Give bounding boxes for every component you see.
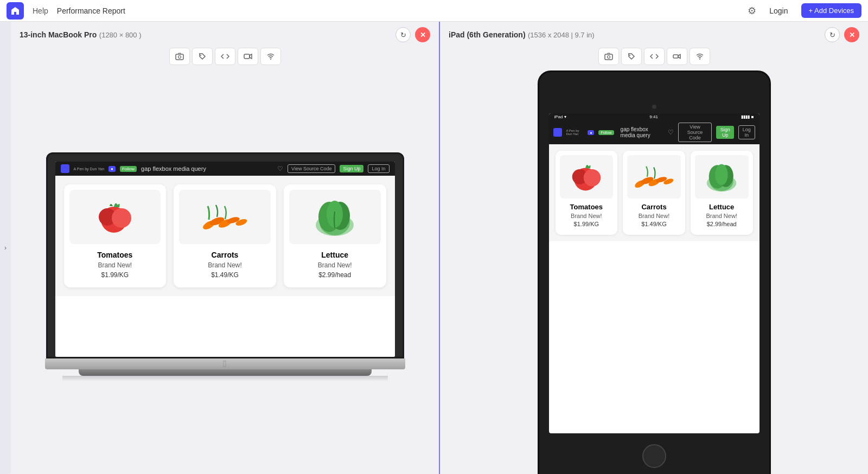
ipad-app-title: gap flexbox media query: [621, 126, 659, 138]
ipad-close-button[interactable]: ✕: [844, 27, 859, 42]
code-button[interactable]: [215, 48, 235, 65]
laptop-shadow: [62, 376, 388, 381]
laptop-lettuce-price: $2.99/head: [289, 271, 381, 279]
ipad-product-lettuce: Lettuce Brand New! $2.99/head: [691, 151, 753, 235]
svg-point-24: [699, 59, 700, 60]
wifi-button[interactable]: [260, 48, 281, 65]
ipad-outer-frame: iPad ▾ 9:41 ▮▮▮▮ ■ A Pen by Dun Yan ● Fo…: [538, 71, 771, 474]
ipad-carrots-price: $1.49/KG: [627, 221, 681, 227]
ipad-carrots-name: Carrots: [627, 203, 681, 211]
macbook-toolbar: [11, 46, 439, 71]
ipad-heart-icon: ♡: [668, 129, 674, 136]
collapse-panel-arrow[interactable]: ›: [0, 22, 11, 474]
ipad-tomatoes-subtitle: Brand New!: [560, 213, 614, 219]
ipad-mockup: iPad ▾ 9:41 ▮▮▮▮ ■ A Pen by Dun Yan ● Fo…: [538, 71, 771, 474]
ipad-battery: ▮▮▮▮ ■: [741, 114, 754, 119]
laptop-carrots-subtitle: Brand New!: [179, 261, 271, 269]
svg-point-27: [584, 169, 601, 187]
laptop-foot: [79, 369, 372, 376]
svg-rect-22: [673, 55, 678, 58]
video-button[interactable]: [238, 48, 258, 65]
ipad-tomato-img: [560, 155, 614, 198]
ipad-screenshot-button[interactable]: [598, 48, 619, 65]
laptop-lettuce-img: [289, 190, 381, 244]
ipad-screen: iPad ▾ 9:41 ▮▮▮▮ ■ A Pen by Dun Yan ● Fo…: [549, 113, 760, 433]
ipad-status-bar: iPad ▾ 9:41 ▮▮▮▮ ■: [549, 113, 760, 120]
laptop-carrots-price: $1.49/KG: [179, 271, 271, 279]
laptop-source-button[interactable]: View Source Code: [288, 164, 335, 173]
svg-marker-23: [678, 55, 680, 59]
laptop-pen-badge: ●: [108, 166, 116, 172]
svg-marker-4: [250, 54, 252, 59]
laptop-tomato-img: [69, 190, 161, 244]
tag-button[interactable]: [192, 48, 213, 65]
laptop-mockup: A Pen by Dun Yan ● Follow gap flexbox me…: [46, 152, 404, 381]
ipad-actions: ↻ ✕: [825, 27, 859, 42]
macbook-close-button[interactable]: ✕: [415, 27, 430, 42]
ipad-app-logo-icon: [553, 128, 562, 137]
ipad-lettuce-subtitle: Brand New!: [695, 213, 749, 219]
ipad-tomatoes-name: Tomatoes: [560, 203, 614, 211]
ipad-wifi-button[interactable]: [690, 48, 710, 65]
laptop-tomatoes-name: Tomatoes: [69, 251, 161, 259]
ipad-carrier: iPad ▾: [554, 114, 566, 119]
svg-point-2: [200, 55, 201, 56]
apple-logo-icon: : [223, 358, 227, 370]
ipad-content: iPad ▾ 9:41 ▮▮▮▮ ■ A Pen by Dun Yan ● Fo…: [440, 71, 868, 474]
ipad-tomatoes-price: $1.99/KG: [560, 221, 614, 227]
ipad-source-button[interactable]: View Source Code: [678, 123, 712, 142]
ipad-device-name: iPad (6th Generation) (1536 x 2048 | 9.7…: [449, 30, 595, 40]
chevron-right-icon: ›: [4, 244, 7, 252]
ipad-toolbar: [440, 46, 868, 71]
ipad-panel: iPad (6th Generation) (1536 x 2048 | 9.7…: [439, 22, 868, 474]
help-link[interactable]: Help: [33, 7, 48, 15]
svg-point-37: [716, 164, 728, 185]
ipad-product-carrots: Carrots Brand New! $1.49/KG: [623, 151, 685, 235]
macbook-panel: 13-inch MacBook Pro (1280 × 800 ) ↻ ✕: [11, 22, 439, 474]
ipad-lettuce-price: $2.99/head: [695, 221, 749, 227]
ipad-signup-button[interactable]: Sign Up: [716, 126, 734, 139]
svg-point-21: [629, 55, 630, 56]
svg-point-5: [270, 59, 271, 60]
ipad-code-button[interactable]: [644, 48, 665, 65]
laptop-app-navbar: A Pen by Dun Yan ● Follow gap flexbox me…: [55, 162, 395, 176]
macbook-header: 13-inch MacBook Pro (1280 × 800 ) ↻ ✕: [11, 22, 439, 46]
ipad-header: iPad (6th Generation) (1536 x 2048 | 9.7…: [440, 22, 868, 46]
ipad-carrots-subtitle: Brand New!: [627, 213, 681, 219]
laptop-app-logo-icon: [61, 164, 69, 173]
macbook-refresh-button[interactable]: ↻: [395, 27, 411, 42]
svg-point-8: [112, 208, 131, 228]
laptop-lettuce-name: Lettuce: [289, 251, 381, 259]
ipad-products: Tomatoes Brand New! $1.99/KG: [549, 144, 760, 241]
ipad-lettuce-name: Lettuce: [695, 203, 749, 211]
macbook-device-name: 13-inch MacBook Pro (1280 × 800 ): [20, 30, 142, 40]
svg-rect-3: [244, 54, 250, 59]
page-title: Performance Report: [57, 7, 125, 15]
ipad-app-navbar: A Pen by Dun Yan ● Follow gap flexbox me…: [549, 120, 760, 144]
svg-point-1: [178, 56, 181, 59]
screenshot-button[interactable]: [169, 48, 190, 65]
ipad-follow-badge: Follow: [598, 130, 614, 135]
add-devices-button[interactable]: + Add Devices: [801, 3, 861, 18]
ipad-product-tomatoes: Tomatoes Brand New! $1.99/KG: [556, 151, 618, 235]
laptop-product-tomatoes: Tomatoes Brand New! $1.99/KG: [64, 184, 167, 287]
gear-icon[interactable]: ⚙: [748, 5, 756, 17]
laptop-app-title: gap flexbox media query: [141, 165, 206, 172]
laptop-login-button[interactable]: Log In: [368, 164, 389, 173]
laptop-screen: A Pen by Dun Yan ● Follow gap flexbox me…: [55, 162, 395, 357]
ipad-home-button[interactable]: [642, 444, 666, 468]
ipad-login-button[interactable]: Log In: [738, 125, 755, 139]
ipad-refresh-button[interactable]: ↻: [825, 27, 840, 42]
ipad-camera-icon: [652, 105, 656, 109]
laptop-signup-button[interactable]: Sign Up: [340, 165, 363, 172]
laptop-tomatoes-price: $1.99/KG: [69, 271, 161, 279]
laptop-lettuce-subtitle: Brand New!: [289, 261, 381, 269]
svg-rect-19: [605, 54, 612, 60]
app-logo[interactable]: [7, 2, 24, 20]
login-button[interactable]: Login: [769, 7, 788, 15]
svg-rect-0: [176, 54, 183, 60]
ipad-tag-button[interactable]: [621, 48, 642, 65]
ipad-video-button[interactable]: [667, 48, 687, 65]
laptop-products: Tomatoes Brand New! $1.99/KG: [55, 176, 395, 296]
ipad-carrot-img: [627, 155, 681, 198]
